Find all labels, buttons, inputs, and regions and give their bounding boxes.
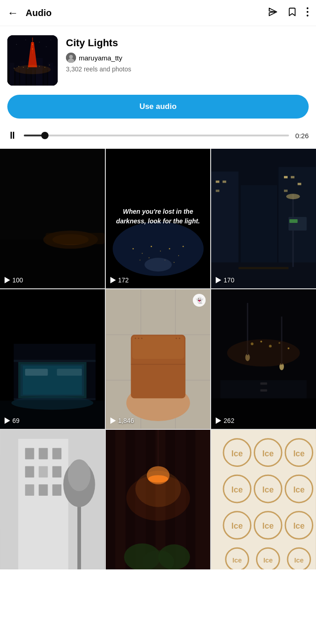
album-art (7, 35, 58, 86)
play-icon (110, 277, 116, 283)
svg-rect-14 (53, 66, 58, 86)
svg-rect-77 (14, 360, 96, 362)
play-count: 170 (223, 276, 234, 284)
play-count: 172 (118, 276, 129, 284)
svg-rect-128 (116, 430, 125, 569)
svg-rect-119 (52, 466, 61, 477)
audio-info-section: City Lights maruyama_tty 3,302 reels and… (0, 26, 316, 93)
svg-point-29 (26, 40, 26, 40)
svg-point-54 (144, 258, 172, 271)
svg-rect-40 (45, 233, 104, 244)
svg-text:Ice: Ice (233, 557, 242, 564)
svg-rect-81 (25, 369, 48, 376)
svg-rect-123 (77, 498, 81, 569)
svg-point-25 (39, 66, 39, 66)
progress-thumb[interactable] (41, 132, 49, 139)
svg-rect-118 (39, 466, 48, 477)
svg-point-91 (135, 338, 136, 339)
svg-rect-136 (196, 430, 210, 569)
pause-button[interactable]: ⏸ (7, 130, 17, 141)
play-count-overlay: 100 (5, 276, 23, 284)
grid-item[interactable]: 69 (0, 289, 105, 429)
svg-point-2 (307, 11, 309, 13)
svg-point-20 (14, 65, 51, 74)
grid-item[interactable] (106, 430, 211, 569)
svg-rect-13 (48, 63, 53, 86)
grid-item[interactable]: Ice Ice Ice Ice Ice Ice Ice Ice Ice Ice … (211, 430, 316, 569)
svg-point-19 (32, 49, 33, 49)
svg-point-106 (269, 345, 272, 347)
svg-point-44 (142, 253, 142, 254)
grid-item[interactable]: 170 (211, 149, 316, 288)
svg-rect-70 (289, 217, 307, 231)
grid-item[interactable]: When you're lost in the darkness, look f… (106, 149, 211, 288)
play-count-overlay: 69 (5, 417, 20, 424)
svg-point-31 (46, 47, 47, 47)
svg-rect-116 (52, 448, 61, 460)
svg-point-49 (182, 246, 184, 247)
svg-point-45 (151, 246, 152, 247)
play-count-overlay: 172 (110, 276, 129, 284)
svg-point-105 (261, 341, 262, 342)
media-grid: 100 When you're lost in the darkness, lo… (0, 149, 316, 569)
play-count-overlay: 1,846 (110, 417, 134, 424)
svg-text:Ice: Ice (232, 449, 243, 458)
svg-rect-71 (289, 219, 298, 223)
svg-point-48 (178, 255, 179, 256)
svg-text:Ice: Ice (262, 449, 274, 458)
header: ← Audio (0, 0, 316, 26)
audio-title: City Lights (66, 37, 309, 49)
more-options-icon[interactable] (306, 7, 309, 19)
svg-point-144 (158, 544, 190, 569)
use-audio-button[interactable]: Use audio (7, 95, 309, 119)
svg-point-21 (14, 68, 14, 68)
svg-rect-17 (33, 38, 33, 43)
svg-rect-6 (10, 63, 14, 86)
svg-point-47 (169, 248, 170, 249)
artist-name: maruyama_tty (79, 54, 122, 62)
svg-point-34 (69, 55, 73, 59)
svg-point-95 (179, 338, 180, 339)
svg-rect-82 (57, 369, 82, 376)
svg-point-50 (139, 260, 140, 260)
svg-point-43 (132, 248, 134, 249)
play-count: 1,846 (118, 417, 134, 424)
svg-marker-0 (269, 8, 277, 16)
svg-rect-114 (25, 448, 34, 460)
play-count-overlay: 170 (216, 276, 234, 284)
svg-rect-61 (216, 189, 219, 192)
svg-text:Ice: Ice (262, 521, 274, 530)
grid-item[interactable]: 262 (211, 289, 316, 429)
send-icon[interactable] (268, 7, 278, 19)
svg-rect-120 (25, 484, 34, 496)
svg-rect-63 (291, 176, 294, 179)
svg-point-46 (160, 250, 161, 251)
svg-rect-66 (211, 262, 316, 288)
svg-text:Ice: Ice (294, 521, 305, 530)
svg-rect-60 (223, 181, 226, 183)
svg-point-104 (251, 342, 254, 345)
svg-rect-90 (132, 336, 184, 359)
grid-item[interactable]: 👻 1,846 (106, 289, 211, 429)
svg-text:Ice: Ice (232, 485, 243, 494)
grid-item[interactable]: 100 (0, 149, 105, 288)
player-controls: ⏸ 0:26 (0, 126, 316, 149)
svg-rect-127 (106, 430, 115, 569)
play-icon (216, 417, 221, 424)
svg-point-3 (307, 15, 309, 16)
svg-text:Ice: Ice (294, 485, 305, 494)
play-icon (5, 277, 10, 283)
svg-point-18 (32, 44, 33, 45)
svg-text:Ice: Ice (263, 557, 273, 564)
svg-point-141 (126, 475, 190, 520)
back-button[interactable]: ← (7, 6, 18, 19)
play-icon (216, 277, 221, 283)
grid-item[interactable] (0, 430, 105, 569)
bookmark-icon[interactable] (287, 7, 297, 19)
svg-rect-115 (39, 448, 48, 460)
svg-point-103 (227, 339, 300, 367)
svg-point-69 (286, 194, 300, 199)
svg-point-108 (288, 347, 289, 349)
progress-bar[interactable] (24, 135, 289, 136)
play-count: 262 (223, 417, 234, 424)
